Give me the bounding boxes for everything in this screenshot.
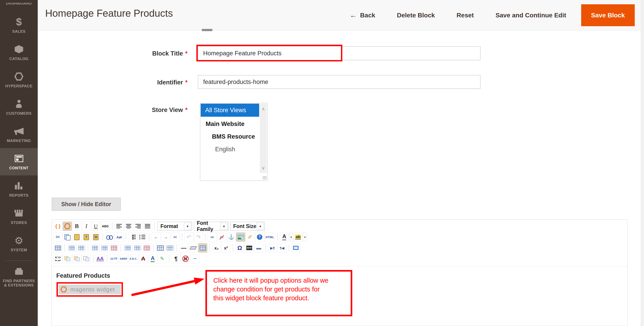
special-character-icon[interactable]: Ω bbox=[235, 243, 244, 252]
align-left-icon[interactable] bbox=[114, 222, 124, 231]
scroll-down-icon[interactable]: ∨ bbox=[260, 165, 267, 171]
strikethrough-icon[interactable]: ABC bbox=[101, 222, 110, 231]
paste-as-text-icon[interactable]: T bbox=[82, 233, 91, 242]
blockquote-icon[interactable]: “ bbox=[170, 233, 180, 242]
fullscreen-icon[interactable] bbox=[291, 243, 300, 252]
store-view-option[interactable]: All Store Views bbox=[201, 104, 259, 117]
find-icon[interactable] bbox=[105, 233, 114, 242]
insert-variable-icon[interactable] bbox=[63, 222, 72, 231]
insert-layer-icon[interactable] bbox=[82, 254, 91, 263]
insert-layer-box-icon[interactable] bbox=[53, 254, 62, 263]
magento-widget-placeholder[interactable]: magento widget bbox=[58, 285, 121, 294]
nonbreaking-space-icon[interactable]: ▬ bbox=[254, 243, 263, 252]
cut-icon[interactable]: ✂ bbox=[53, 233, 62, 242]
block-title-input[interactable] bbox=[198, 46, 480, 60]
reset-button[interactable]: Reset bbox=[457, 12, 474, 19]
horizontal-rule-icon[interactable]: — bbox=[179, 243, 188, 252]
subscript-icon[interactable]: x₂ bbox=[212, 243, 221, 252]
page-scrollbar[interactable] bbox=[641, 0, 644, 326]
table-cell-properties-icon[interactable] bbox=[76, 243, 86, 252]
citation-icon[interactable]: “” bbox=[109, 254, 118, 263]
font-size-dropdown[interactable]: Font Size▾ bbox=[230, 222, 265, 231]
show-hide-editor-button[interactable]: Show / Hide Editor bbox=[52, 198, 121, 211]
delete-button[interactable]: Delete Block bbox=[397, 12, 435, 19]
sidebar-item-reports[interactable]: REPORTS bbox=[0, 175, 38, 203]
paste-icon[interactable] bbox=[72, 233, 81, 242]
attributes-icon[interactable]: ✎ bbox=[158, 254, 167, 263]
sidebar-item-customers[interactable]: CUSTOMERS bbox=[0, 93, 38, 121]
deletion-icon[interactable]: A bbox=[139, 254, 148, 263]
help-icon[interactable]: ? bbox=[255, 233, 264, 242]
sidebar-item-partners[interactable]: FIND PARTNERS & EXTENSIONS bbox=[0, 263, 38, 290]
cleanup-icon[interactable]: ✐ bbox=[246, 233, 255, 242]
bold-icon[interactable]: B bbox=[72, 222, 81, 231]
insert-column-before-icon[interactable] bbox=[123, 243, 132, 252]
save_continue-button[interactable]: Save and Continue Edit bbox=[496, 12, 566, 19]
superscript-icon[interactable]: x² bbox=[222, 243, 230, 252]
bullet-list-icon[interactable] bbox=[128, 233, 138, 242]
text-color-icon[interactable]: A bbox=[280, 233, 289, 242]
copy-icon[interactable] bbox=[63, 233, 72, 242]
sidebar-item-hyperspace[interactable]: HYPERSPACE bbox=[0, 66, 38, 93]
resize-grip-icon[interactable] bbox=[262, 176, 266, 179]
sidebar-item-sales[interactable]: $SALES bbox=[0, 11, 38, 39]
insert-table-icon[interactable] bbox=[53, 243, 62, 252]
move-backward-icon[interactable] bbox=[72, 254, 81, 263]
unlink-icon[interactable]: ∞ bbox=[217, 233, 226, 242]
acronym-icon[interactable]: A.B.C. bbox=[128, 254, 138, 263]
sidebar-item-marketing[interactable]: MARKETING bbox=[0, 121, 38, 148]
insert-row-before-icon[interactable] bbox=[90, 243, 100, 252]
insert-column-after-icon[interactable] bbox=[133, 243, 142, 252]
align-right-icon[interactable] bbox=[134, 222, 142, 231]
right-to-left-icon[interactable]: ¶◀ bbox=[278, 243, 286, 252]
find-replace-icon[interactable]: A⇄ bbox=[114, 233, 124, 242]
redo-icon[interactable]: ↷ bbox=[194, 233, 203, 242]
paste-from-word-icon[interactable]: W bbox=[91, 233, 100, 242]
page-break-icon[interactable]: ┄ bbox=[190, 254, 200, 263]
identifier-input[interactable] bbox=[198, 75, 480, 89]
anchor-icon[interactable]: ⚓ bbox=[227, 233, 236, 242]
delete-row-icon[interactable] bbox=[109, 243, 118, 252]
save-button[interactable]: Save Block bbox=[581, 4, 635, 26]
table-row-properties-icon[interactable] bbox=[67, 243, 76, 252]
sidebar-item-content[interactable]: CONTENT bbox=[0, 148, 38, 175]
remove-formatting-icon[interactable] bbox=[189, 243, 198, 252]
undo-icon[interactable]: ↶ bbox=[184, 233, 194, 242]
nonbreaking-toggle-icon[interactable]: N bbox=[181, 254, 190, 263]
highlight-color-menu-icon[interactable]: ▾ bbox=[303, 233, 307, 241]
toggle-guidelines-icon[interactable] bbox=[198, 243, 207, 252]
visual-aid-icon[interactable]: ¶ bbox=[172, 254, 180, 263]
sidebar-item-catalog[interactable]: CATALOG bbox=[0, 39, 38, 66]
insert-media-icon[interactable] bbox=[245, 243, 254, 252]
merge-cells-icon[interactable] bbox=[166, 243, 174, 252]
store-view-option[interactable]: Main Website bbox=[201, 118, 259, 130]
link-icon[interactable]: ∞ bbox=[208, 233, 217, 242]
sidebar-item-stores[interactable]: STORES bbox=[0, 203, 38, 230]
sidebar-item-dashboard[interactable]: DASHBOARD bbox=[0, 3, 38, 6]
scroll-up-icon[interactable]: ∧ bbox=[260, 106, 267, 111]
underline-icon[interactable]: U bbox=[91, 222, 100, 231]
insertion-icon[interactable]: A bbox=[148, 254, 157, 263]
numbered-list-icon[interactable] bbox=[138, 233, 147, 242]
left-to-right-icon[interactable]: ▶¶ bbox=[268, 243, 277, 252]
italic-icon[interactable]: I bbox=[82, 222, 91, 231]
split-cells-icon[interactable] bbox=[156, 243, 165, 252]
align-center-icon[interactable] bbox=[124, 222, 133, 231]
outdent-icon[interactable]: ← bbox=[152, 233, 161, 242]
font-family-dropdown[interactable]: Font Family▾ bbox=[194, 222, 228, 231]
format-dropdown[interactable]: Format▾ bbox=[158, 222, 192, 231]
text-color-menu-icon[interactable]: ▾ bbox=[289, 233, 293, 241]
abbreviation-icon[interactable]: ABBR bbox=[119, 254, 128, 263]
highlight-color-icon[interactable]: ab bbox=[294, 233, 302, 242]
insert-widget-icon[interactable]: { } bbox=[53, 222, 62, 231]
move-forward-icon[interactable] bbox=[63, 254, 72, 263]
store-view-option[interactable]: BMS Resource bbox=[201, 131, 259, 142]
store-view-select[interactable]: All Store ViewsMain WebsiteBMS ResourceE… bbox=[200, 103, 268, 181]
insert-row-after-icon[interactable] bbox=[100, 243, 109, 252]
style-properties-icon[interactable]: AA bbox=[96, 254, 104, 263]
store-view-option[interactable]: English bbox=[201, 143, 259, 155]
select-scrollbar[interactable]: ∧ ∨ bbox=[260, 104, 267, 173]
html-source-icon[interactable]: HTML bbox=[264, 233, 275, 242]
sidebar-item-system[interactable]: ⚙SYSTEM bbox=[0, 230, 38, 257]
delete-column-icon[interactable] bbox=[142, 243, 151, 252]
